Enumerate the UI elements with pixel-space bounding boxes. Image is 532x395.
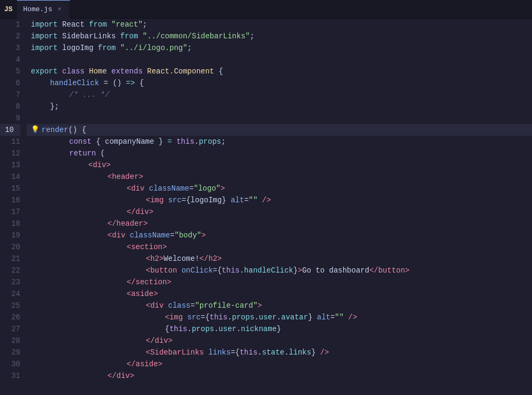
line-num-22: 22 [0,265,20,276]
code-line-4 [27,54,532,65]
code-line-28: </div> [27,335,532,347]
code-line-11: const { companyName } = this.props; [27,136,532,147]
line-num-15: 15 [0,183,20,194]
code-area[interactable]: import React from "react"; import Sideba… [27,19,532,395]
line-num-25: 25 [0,300,20,311]
code-line-5: export class Home extends React.Componen… [27,65,532,77]
line-num-30: 30 [0,358,20,370]
line-num-9: 9 [0,112,20,124]
line-num-20: 20 [0,241,20,253]
line-num-18: 18 [0,218,20,229]
code-line-2: import SidebarLinks from "../common/Side… [27,30,532,42]
code-line-10: 💡render() { [27,124,532,136]
line-numbers: 1 2 3 4 5 6 7 8 9 10 11 12 13 14 15 16 1… [0,19,27,395]
line-num-31: 31 [0,370,20,382]
code-line-29: <SidebarLinks links={this.state.links} /… [27,347,532,358]
code-line-6: handleClick = () => { [27,77,532,89]
line-num-16: 16 [0,194,20,206]
code-line-9 [27,112,532,124]
editor-container: 1 2 3 4 5 6 7 8 9 10 11 12 13 14 15 16 1… [0,19,532,395]
line-num-11: 11 [0,136,20,147]
code-line-27: {this.props.user.nickname} [27,323,532,335]
line-num-27: 27 [0,323,20,335]
line-num-7: 7 [0,89,20,101]
line-num-5: 5 [0,65,20,77]
line-num-19: 19 [0,229,20,241]
code-line-24: <aside> [27,288,532,300]
line-num-3: 3 [0,42,20,54]
code-line-30: </aside> [27,358,532,370]
line-num-12: 12 [0,147,20,159]
code-line-14: <header> [27,171,532,183]
line-num-26: 26 [0,311,20,323]
line-num-1: 1 [0,19,20,30]
tab-close-button[interactable]: × [55,5,63,14]
code-line-22: <button onClick={this.handleClick}>Go to… [27,265,532,276]
code-line-12: return ( [27,147,532,159]
js-icon: JS [0,5,17,13]
code-line-3: import logoImg from "../i/logo.png"; [27,42,532,54]
code-line-25: <div class="profile-card"> [27,300,532,311]
line-num-17: 17 [0,206,20,218]
code-line-31: </div> [27,370,532,382]
line-num-10: 10 [0,124,20,136]
code-line-17: </div> [27,206,532,218]
line-num-29: 29 [0,347,20,358]
line-num-28: 28 [0,335,20,347]
line-num-6: 6 [0,77,20,89]
line-num-24: 24 [0,288,20,300]
code-line-1: import React from "react"; [27,19,532,30]
code-line-15: <div className="logo"> [27,183,532,194]
code-line-8: }; [27,101,532,112]
code-line-21: <h2>Welcome!</h2> [27,253,532,265]
file-tab[interactable]: Home.js × [17,0,71,19]
code-line-20: <section> [27,241,532,253]
line-num-4: 4 [0,54,20,65]
code-line-7: /* ... */ [27,89,532,101]
code-line-23: </section> [27,276,532,288]
line-num-14: 14 [0,171,20,183]
line-num-2: 2 [0,30,20,42]
tab-label: Home.js [23,5,53,13]
line-num-23: 23 [0,276,20,288]
code-line-19: <div className="body"> [27,229,532,241]
code-line-26: <img src={this.props.user.avatar} alt=""… [27,311,532,323]
code-line-13: <div> [27,159,532,171]
line-num-21: 21 [0,253,20,265]
line-num-13: 13 [0,159,20,171]
line-num-8: 8 [0,101,20,112]
code-line-16: <img src={logoImg} alt="" /> [27,194,532,206]
tab-bar: JS Home.js × [0,0,532,19]
code-line-18: </header> [27,218,532,229]
